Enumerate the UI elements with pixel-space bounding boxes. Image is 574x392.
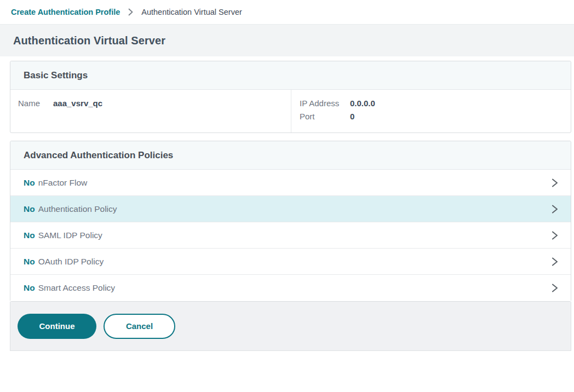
basic-settings-body: Name aaa_vsrv_qc IP Address 0.0.0.0 Port… — [10, 90, 571, 132]
basic-settings-right-column: IP Address 0.0.0.0 Port 0 — [291, 90, 571, 132]
policy-row-label: OAuth IDP Policy — [38, 257, 104, 267]
policy-count-badge: No — [24, 178, 35, 188]
policy-row-label: nFactor Flow — [38, 178, 88, 188]
name-value: aaa_vsrv_qc — [53, 99, 102, 108]
policy-count-badge: No — [24, 230, 35, 240]
chevron-right-icon — [550, 204, 559, 215]
policy-row-smart-access-policy[interactable]: No Smart Access Policy — [10, 275, 571, 301]
policy-row-oauth-idp-policy[interactable]: No OAuth IDP Policy — [10, 249, 571, 275]
main-content: Basic Settings Name aaa_vsrv_qc IP Addre… — [10, 61, 571, 351]
policy-count-badge: No — [24, 257, 35, 267]
name-label: Name — [18, 99, 53, 108]
basic-settings-section: Basic Settings Name aaa_vsrv_qc IP Addre… — [10, 61, 571, 133]
basic-settings-title: Basic Settings — [24, 70, 88, 81]
page-title: Authentication Virtual Server — [13, 34, 165, 47]
ip-address-value: 0.0.0.0 — [350, 99, 375, 108]
ip-address-label: IP Address — [300, 99, 350, 108]
policy-row-label: SAML IDP Policy — [38, 230, 102, 240]
advanced-policies-title: Advanced Authentication Policies — [24, 150, 173, 161]
chevron-right-icon — [550, 256, 559, 267]
advanced-policies-section: Advanced Authentication Policies No nFac… — [10, 141, 571, 302]
continue-button[interactable]: Continue — [18, 314, 96, 339]
policy-row-saml-idp-policy[interactable]: No SAML IDP Policy — [10, 222, 571, 249]
cancel-button[interactable]: Cancel — [104, 314, 175, 339]
chevron-right-icon — [550, 283, 559, 293]
policy-row-authentication-policy[interactable]: No Authentication Policy — [10, 196, 571, 222]
chevron-right-icon — [550, 230, 559, 241]
action-bar: Continue Cancel — [10, 302, 571, 351]
ip-address-field: IP Address 0.0.0.0 — [300, 99, 571, 108]
port-label: Port — [300, 112, 350, 121]
policy-count-badge: No — [24, 204, 35, 214]
basic-settings-left-column: Name aaa_vsrv_qc — [10, 90, 291, 132]
chevron-right-icon — [128, 8, 134, 16]
policy-row-nfactor-flow[interactable]: No nFactor Flow — [10, 170, 571, 196]
port-value: 0 — [350, 112, 354, 121]
breadcrumb-current: Authentication Virtual Server — [141, 8, 242, 16]
port-field: Port 0 — [300, 112, 571, 121]
name-field: Name aaa_vsrv_qc — [18, 99, 291, 108]
advanced-policies-header: Advanced Authentication Policies — [10, 141, 571, 170]
policy-row-label: Smart Access Policy — [38, 283, 115, 293]
page-title-bar: Authentication Virtual Server — [0, 25, 574, 56]
policy-row-label: Authentication Policy — [38, 204, 117, 214]
policy-list: No nFactor Flow No Authentication Policy… — [10, 170, 571, 301]
policy-count-badge: No — [24, 283, 35, 293]
chevron-right-icon — [550, 177, 559, 188]
breadcrumb-link-create-authentication-profile[interactable]: Create Authentication Profile — [11, 8, 120, 16]
breadcrumb: Create Authentication Profile Authentica… — [0, 0, 574, 25]
basic-settings-header: Basic Settings — [10, 61, 571, 90]
